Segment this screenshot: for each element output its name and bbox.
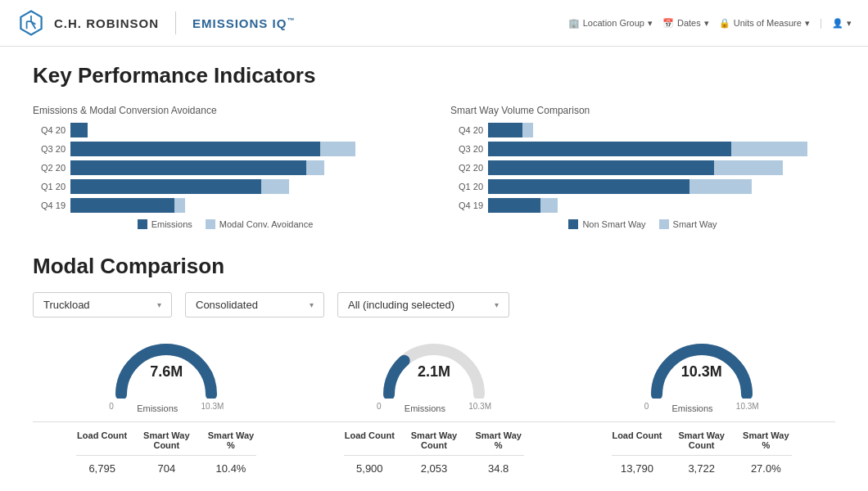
stats-table2: Load Count Smart Way Count Smart Way % 5… [344, 422, 524, 481]
lock-icon: 🔒 [719, 18, 730, 29]
stats-table1: Load Count Smart Way Count Smart Way % 6… [76, 422, 256, 481]
chevron-icon: ▾ [704, 18, 709, 29]
truckload-dropdown[interactable]: Truckload ▾ [33, 292, 172, 318]
bar-row: Q4 19 [450, 198, 835, 213]
bar-row: Q4 19 [33, 198, 418, 213]
chevron-down-icon: ▾ [310, 300, 314, 309]
dates-btn[interactable]: 📅 Dates ▾ [662, 18, 709, 29]
chart1-container: Emissions & Modal Conversion Avoidance Q… [33, 105, 418, 229]
stats-tables-row: Load Count Smart Way Count Smart Way % 6… [33, 421, 835, 481]
modal-section: Modal Comparison Truckload ▾ Consolidate… [33, 254, 835, 481]
main-content: Key Performance Indicators Emissions & M… [0, 47, 868, 491]
gauge3: 10.3M 0 Emissions 10.3M [612, 337, 792, 413]
header: C.H. ROBINSON EMISSIONS IQ™ 🏢 Location G… [0, 0, 868, 47]
gauge2: 2.1M 0 Emissions 10.3M [344, 337, 524, 413]
gauge2-center: 2.1M [418, 363, 450, 380]
chevron-down-icon: ▾ [157, 300, 161, 309]
chevron-down-icon: ▾ [495, 300, 499, 309]
product-name: EMISSIONS IQ™ [192, 16, 295, 30]
location-group-btn[interactable]: 🏢 Location Group ▾ [568, 18, 653, 29]
chevron-icon: ▾ [847, 18, 852, 29]
calendar-icon: 📅 [662, 18, 674, 29]
gauge2-wrap: 2.1M [377, 337, 491, 399]
header-sep: | [820, 17, 822, 29]
gauge1: 7.6M 0 Emissions 10.3M [76, 337, 256, 413]
legend-dark-box [138, 219, 147, 229]
dropdowns-row: Truckload ▾ Consolidated ▾ All (includin… [33, 292, 835, 318]
gauge1-minmax: 0 Emissions 10.3M [109, 402, 224, 413]
gauges-row: 7.6M 0 Emissions 10.3M 2.1M [33, 337, 835, 413]
user-icon: 👤 [832, 18, 843, 29]
bar-row: Q1 20 [33, 179, 418, 194]
modal-title: Modal Comparison [33, 254, 835, 279]
kpi-title: Key Performance Indicators [33, 63, 835, 88]
units-btn[interactable]: 🔒 Units of Measure ▾ [719, 18, 810, 29]
chevron-icon: ▾ [648, 18, 653, 29]
chart1-bars: Q4 20 Q3 20 Q2 20 [33, 123, 418, 213]
bar-row: Q4 20 [33, 123, 418, 137]
bar-row: Q2 20 [33, 160, 418, 175]
bar-row: Q1 20 [450, 179, 835, 194]
chart2-title: Smart Way Volume Comparison [450, 105, 835, 116]
company-name: C.H. ROBINSON [54, 16, 159, 30]
bar-row: Q2 20 [450, 160, 835, 175]
consolidated-dropdown[interactable]: Consolidated ▾ [185, 292, 324, 318]
chart1-title: Emissions & Modal Conversion Avoidance [33, 105, 418, 116]
gauge3-center: 10.3M [681, 363, 722, 380]
stats-data3: 13,790 3,722 27.0% [612, 455, 792, 481]
charts-row: Emissions & Modal Conversion Avoidance Q… [33, 105, 835, 229]
legend-light-box [659, 219, 669, 229]
chart2-container: Smart Way Volume Comparison Q4 20 Q3 20 [450, 105, 835, 229]
header-divider [175, 11, 176, 34]
bar-row: Q3 20 [450, 142, 835, 156]
chart1-legend: Emissions Modal Conv. Avoidance [33, 219, 418, 229]
svg-marker-0 [20, 11, 41, 35]
stats-data1: 6,795 704 10.4% [76, 455, 256, 481]
chart2-bars: Q4 20 Q3 20 Q2 20 [450, 123, 835, 213]
bar-row: Q4 20 [450, 123, 835, 137]
all-including-dropdown[interactable]: All (including selected) ▾ [337, 292, 509, 318]
user-btn[interactable]: 👤 ▾ [832, 18, 852, 29]
gauge3-wrap: 10.3M [644, 337, 759, 399]
stats-header1: Load Count Smart Way Count Smart Way % [76, 422, 256, 455]
bar-row: Q3 20 [33, 142, 418, 156]
stats-table3: Load Count Smart Way Count Smart Way % 1… [612, 422, 792, 481]
legend-light-box [206, 219, 215, 229]
gauge1-wrap: 7.6M [109, 337, 224, 399]
gauge2-minmax: 0 Emissions 10.3M [377, 402, 491, 413]
stats-header3: Load Count Smart Way Count Smart Way % [612, 422, 792, 455]
header-left: C.H. ROBINSON EMISSIONS IQ™ [16, 8, 295, 38]
chr-logo-icon [16, 8, 46, 38]
chart2-legend: Non Smart Way Smart Way [450, 219, 835, 229]
gauge3-minmax: 0 Emissions 10.3M [644, 402, 759, 413]
gauge1-center: 7.6M [150, 363, 183, 380]
location-icon: 🏢 [568, 18, 580, 29]
stats-header2: Load Count Smart Way Count Smart Way % [344, 422, 524, 455]
kpi-section: Key Performance Indicators Emissions & M… [33, 63, 835, 229]
stats-data2: 5,900 2,053 34.8 [344, 455, 524, 481]
header-right: 🏢 Location Group ▾ 📅 Dates ▾ 🔒 Units of … [568, 17, 852, 29]
legend-dark-box [568, 219, 578, 229]
chevron-icon: ▾ [805, 18, 810, 29]
